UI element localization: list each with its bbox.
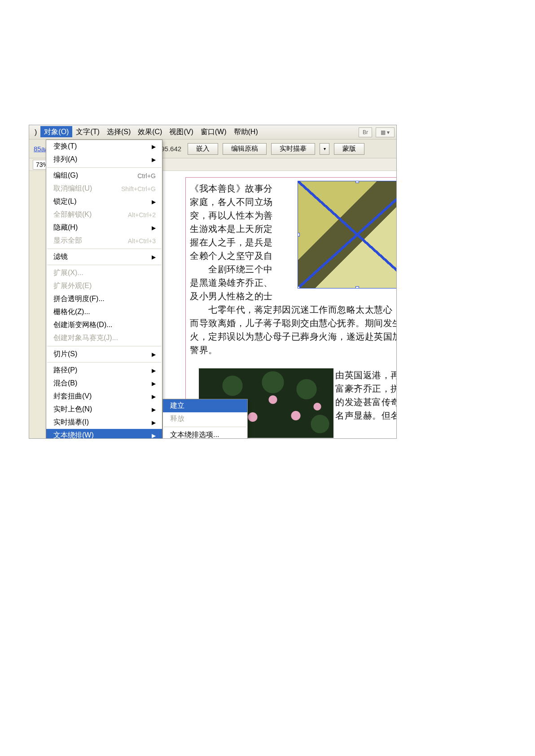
submenu-entry: 释放 bbox=[163, 412, 247, 425]
menu-item[interactable]: 帮助(H) bbox=[230, 126, 262, 137]
workspace-switcher-button[interactable]: ▦ ▾ bbox=[376, 127, 395, 137]
submenu-arrow-icon: ▶ bbox=[152, 393, 156, 400]
submenu-arrow-icon: ▶ bbox=[152, 433, 156, 439]
menu-entry[interactable]: 实时描摹(I)▶ bbox=[46, 416, 162, 429]
wrapped-text-right: 由英国返港，再富豪齐乔正，拼的发迹甚富传奇名声显赫。但名 bbox=[335, 368, 397, 422]
menu-separator bbox=[47, 265, 161, 265]
embed-button[interactable]: 嵌入 bbox=[188, 143, 218, 155]
submenu-arrow-icon: ▶ bbox=[152, 144, 156, 150]
submenu-arrow-icon: ▶ bbox=[152, 367, 156, 374]
menu-entry[interactable]: 滤镜▶ bbox=[46, 250, 162, 263]
submenu-arrow-icon: ▶ bbox=[152, 254, 156, 260]
submenu-arrow-icon: ▶ bbox=[152, 225, 156, 231]
submenu-arrow-icon: ▶ bbox=[152, 420, 156, 426]
text-line: 富豪齐乔正，拼 bbox=[335, 382, 397, 395]
placed-image-portrait[interactable] bbox=[298, 181, 397, 288]
menu-entry: 取消编组(U)Shift+Ctrl+G bbox=[46, 182, 162, 195]
submenu-arrow-icon: ▶ bbox=[152, 199, 156, 205]
trace-options-dropdown[interactable]: ▾ bbox=[320, 143, 329, 155]
menu-entry[interactable]: 变换(T)▶ bbox=[46, 140, 162, 153]
mask-button[interactable]: 蒙版 bbox=[334, 143, 364, 155]
submenu-arrow-icon: ▶ bbox=[152, 406, 156, 413]
menu-separator bbox=[47, 346, 161, 346]
menu-item[interactable]: 对象(O) bbox=[40, 126, 72, 137]
menu-entry: 显示全部Alt+Ctrl+3 bbox=[46, 234, 162, 247]
menu-separator bbox=[47, 167, 161, 168]
menu-entry[interactable]: 封套扭曲(V)▶ bbox=[46, 390, 162, 403]
submenu-arrow-icon: ▶ bbox=[152, 380, 156, 387]
text-line: 及小男人性格之的士 bbox=[190, 289, 397, 303]
submenu-arrow-icon: ▶ bbox=[152, 157, 156, 163]
menu-entry: 全部解锁(K)Alt+Ctrl+2 bbox=[46, 208, 162, 221]
paragraph-3: 七零年代，蒋定邦因沉迷工作而忽略太太慧心，从而导致离婚，儿子蒋子聪则交由慧心抚养… bbox=[190, 303, 397, 357]
app-window: ) 对象(O)文字(T)选择(S)效果(C)视图(V)窗口(W)帮助(H) Br… bbox=[29, 125, 397, 439]
menu-entry: 创建对象马赛克(J)... bbox=[46, 332, 162, 345]
menu-separator bbox=[164, 427, 246, 427]
menu-entry[interactable]: 文本绕排(W)▶ bbox=[46, 429, 162, 439]
menu-entry[interactable]: 栅格化(Z)... bbox=[46, 306, 162, 319]
menu-entry[interactable]: 路径(P)▶ bbox=[46, 364, 162, 377]
resize-handle-top-center[interactable] bbox=[355, 181, 359, 183]
menu-entry[interactable]: 排列(A)▶ bbox=[46, 153, 162, 166]
submenu-entry[interactable]: 建立 bbox=[163, 399, 247, 412]
text-wrap-submenu[interactable]: 建立释放文本绕排选项... bbox=[162, 399, 248, 439]
live-trace-button[interactable]: 实时描摹 bbox=[271, 143, 315, 155]
menu-item[interactable]: 效果(C) bbox=[134, 126, 166, 137]
menu-entry[interactable]: 创建渐变网格(D)... bbox=[46, 319, 162, 332]
menu-entry: 扩展(X)... bbox=[46, 267, 162, 280]
edit-original-button[interactable]: 编辑原稿 bbox=[223, 143, 267, 155]
menu-entry[interactable]: 编组(G)Ctrl+G bbox=[46, 169, 162, 182]
menu-item[interactable]: 选择(S) bbox=[103, 126, 134, 137]
menu-separator bbox=[47, 249, 161, 249]
menu-entry[interactable]: 锁定(L)▶ bbox=[46, 195, 162, 208]
menu-entry[interactable]: 拼合透明度(F)... bbox=[46, 293, 162, 306]
submenu-arrow-icon: ▶ bbox=[152, 351, 156, 358]
menu-entry[interactable]: 隐藏(H)▶ bbox=[46, 221, 162, 234]
text-line: 由英国返港，再 bbox=[335, 368, 397, 382]
canvas[interactable]: 《我本善良》故事分家庭，各人不同立场突，再以人性本为善生游戏本是上天所定握在人之… bbox=[163, 171, 396, 438]
menu-entry[interactable]: 实时上色(N)▶ bbox=[46, 403, 162, 416]
menu-bar: ) 对象(O)文字(T)选择(S)效果(C)视图(V)窗口(W)帮助(H) Br… bbox=[29, 125, 396, 140]
menu-item[interactable]: 窗口(W) bbox=[197, 126, 230, 137]
menu-entry[interactable]: 切片(S)▶ bbox=[46, 348, 162, 361]
resize-handle-top-left[interactable] bbox=[298, 181, 300, 183]
submenu-entry[interactable]: 文本绕排选项... bbox=[163, 428, 247, 439]
text-line: 名声显赫。但名 bbox=[335, 409, 397, 422]
menu-entry[interactable]: 混合(B)▶ bbox=[46, 377, 162, 390]
menu-entry: 扩展外观(E) bbox=[46, 280, 162, 293]
resize-handle-bottom-left[interactable] bbox=[298, 286, 300, 288]
bridge-button[interactable]: Br bbox=[359, 127, 372, 137]
menu-separator bbox=[47, 362, 161, 363]
menu-truncated-left: ) bbox=[31, 127, 40, 138]
object-menu-dropdown[interactable]: 变换(T)▶排列(A)▶编组(G)Ctrl+G取消编组(U)Shift+Ctrl… bbox=[46, 140, 162, 439]
menu-item[interactable]: 文字(T) bbox=[72, 126, 103, 137]
resize-handle-middle-left[interactable] bbox=[298, 233, 300, 236]
text-line: 的发迹甚富传奇 bbox=[335, 395, 397, 409]
resize-handle-bottom-center[interactable] bbox=[355, 286, 359, 288]
menu-item[interactable]: 视图(V) bbox=[166, 126, 197, 137]
